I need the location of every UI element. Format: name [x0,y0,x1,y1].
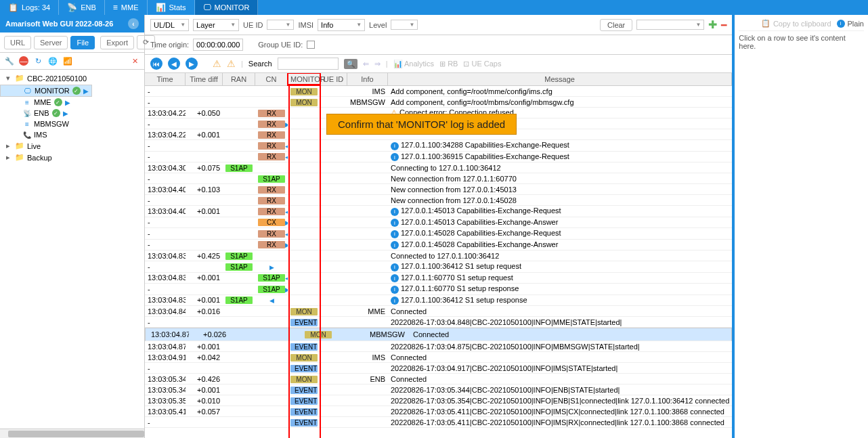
search-next-icon[interactable]: ⇒ [374,60,381,68]
warning-icon[interactable]: ⚠ [213,58,221,69]
table-header: Time Time diff RAN CN MONITOR UE ID Info… [145,73,732,86]
table-row[interactable]: 13:03:04.831+0.001S1AP◀i127.0.1.1:60770 … [145,273,732,284]
col-message[interactable]: Message [388,73,732,85]
table-row[interactable]: 13:03:05.354+0.010EVENT20220826-17:03:05… [145,395,732,406]
left-header: Amarisoft Web GUI 2022-08-26 ‹ [0,15,144,32]
right-panel: 📋 Copy to clipboard i Plain Click on a r… [735,15,868,438]
table-row[interactable]: 13:03:05.344+0.001EVENT20220826-17:03:05… [145,385,732,395]
nav-next-icon[interactable]: ▶ [186,58,198,70]
collapse-icon[interactable]: ‹ [128,18,139,29]
clear-button[interactable]: Clear [600,19,632,31]
level-select[interactable]: ▼ [391,20,418,30]
rb-link: ⊞ RB [439,60,458,68]
search-label: Search [248,60,272,68]
tree-cbc-2021050100[interactable]: ▾📁CBC-2021050100 [0,72,144,84]
table-row[interactable]: 13:03:04.405+0.001RX◀i127.0.0.1:45013 Ca… [145,206,732,217]
copy-button: 📋 Copy to clipboard [761,19,831,28]
table-row[interactable]: 13:03:04.301+0.075S1APConnecting to 127.… [145,162,732,173]
plain-button[interactable]: i Plain [837,20,864,28]
close-icon[interactable]: ✕ [129,56,140,66]
wrench-icon[interactable]: 🔧 [4,56,15,66]
app-title: Amarisoft Web GUI 2022-08-26 [5,20,113,28]
col-time[interactable]: Time [145,73,186,85]
col-monitor[interactable]: MONITOR [288,73,320,85]
nav-prev-icon[interactable]: ◀ [168,58,180,70]
layer-select[interactable]: Layer▼ [193,19,239,31]
level-label: Level [369,21,387,29]
table-row[interactable]: -MONMBMSGWAdd component, config=/root/mb… [145,97,732,108]
file-button[interactable]: File [70,36,95,49]
table-row[interactable]: -S1APNew connection from 127.0.1.1:60770 [145,173,732,184]
table-row[interactable]: 13:03:04.832+0.001S1AP◀i127.0.1.100:3641… [145,295,732,307]
table-row[interactable]: -S1AP▶i127.0.1.100:36412 S1 setup reques… [145,261,732,273]
warning2-icon[interactable]: ⚠ [227,58,236,69]
table-row[interactable]: -EVENT20220826-17:03:04.917|CBC-20210501… [145,363,732,374]
right-hint: Click on a row to see it's content here. [739,31,864,53]
table-row[interactable]: -EVENT20220826-17:03:04.848|CBC-20210501… [145,317,732,328]
table-row[interactable]: 13:03:04.874+0.026MONMBMSGWConnected [145,328,732,341]
center-panel: UL/DL▼ Layer▼ UE ID ▼ IMSI Info▼ Level ▼… [145,15,735,438]
signal-icon[interactable]: 📶 [62,56,73,66]
table-row[interactable]: 13:03:04.830+0.425S1APConnected to 127.0… [145,250,732,261]
top-tabs: 📋Logs: 34📡ENB≡MME📊Stats🖵MONITOR [0,0,868,15]
search-input[interactable] [278,58,339,70]
tree-ims[interactable]: 📞IMS [0,129,144,140]
table-row[interactable]: 13:03:05.411+0.057EVENT20220826-17:03:05… [145,406,732,417]
filter-row-1: UL/DL▼ Layer▼ UE ID ▼ IMSI Info▼ Level ▼… [145,15,732,35]
table-row[interactable]: -CX▶i127.0.0.1:45013 Capabilities-Exchan… [145,217,732,229]
table-row[interactable]: -RX▶i127.0.0.1:45028 Capabilities-Exchan… [145,240,732,251]
binoculars-icon[interactable]: 🔍 [344,59,357,69]
col-ueid[interactable]: UE ID [320,73,347,85]
tree-mme[interactable]: ≡MME ✓ ▶ [0,97,144,108]
table-row[interactable]: -RX◀i127.0.1.100:36915 Capabilities-Exch… [145,152,732,163]
col-ran[interactable]: RAN [223,73,255,85]
tree-monitor[interactable]: 🖵MONITOR ✓ ▶ [0,85,92,97]
info-select[interactable]: Info▼ [318,19,365,31]
remove-icon[interactable]: ━ [721,20,726,30]
analytics-link: 📊 Analytics [393,60,434,68]
tree-enb[interactable]: 📡ENB ✓ ▶ [0,108,144,118]
nav-first-icon[interactable]: ⏮ [150,58,162,70]
time-origin-field[interactable]: 00:00:00.000 [193,39,243,51]
url-button[interactable]: URL [4,36,31,49]
uldl-select[interactable]: UL/DL▼ [150,19,189,31]
tab-enb[interactable]: 📡ENB [59,0,105,15]
table-row[interactable]: 13:03:04.848+0.016MONMMEConnected [145,306,732,317]
table-row[interactable]: 13:03:05.343+0.426MONENBConnected [145,374,732,385]
left-icon-row: 🔧 ― ↻ 🌐 📶 ✕ [0,53,144,70]
export-button[interactable]: Export [100,36,134,49]
group-ue-label: Group UE ID: [258,41,303,49]
table-row[interactable]: -RX◀i127.0.1.100:34288 Capabilities-Exch… [145,140,732,152]
search-prev-icon[interactable]: ⇐ [363,60,369,68]
stop-icon[interactable]: ― [19,56,28,66]
table-row[interactable]: -RX◀i127.0.0.1:45028 Capabilities-Exchan… [145,228,732,240]
tab-logs-34[interactable]: 📋Logs: 34 [0,0,59,15]
col-info[interactable]: Info [347,73,388,85]
ueid-select[interactable]: ▼ [267,20,294,30]
table-row[interactable]: 13:03:04.917+0.042MONIMSConnected [145,352,732,363]
table-row[interactable]: 13:03:04.875+0.001EVENT20220826-17:03:04… [145,341,732,352]
globe-icon[interactable]: 🌐 [47,56,58,66]
time-origin-label: Time origin: [150,41,189,49]
group-ue-checkbox[interactable] [307,41,315,49]
add-icon[interactable]: ✚ [708,18,717,31]
tab-mme[interactable]: ≡MME [105,0,148,15]
table-row[interactable]: -EVENT20220826-17:03:05.411|CBC-20210501… [145,417,732,428]
search-row: ⏮ ◀ ▶ ⚠ ⚠ | Search 🔍 ⇐ ⇒ | 📊 Analytics ⊞… [145,55,732,73]
table-row[interactable]: -S1AP▶i127.0.1.1:60770 S1 setup response [145,284,732,295]
table-row[interactable]: 13:03:04.404+0.103RXNew connection from … [145,184,732,195]
tree-backup[interactable]: ▸📁Backup [0,152,144,163]
tab-stats[interactable]: 📊Stats [148,0,195,15]
h-scrollbar[interactable] [0,429,144,438]
clear-extra-select[interactable]: ▼ [636,20,704,30]
tree-live[interactable]: ▸📁Live [0,140,144,152]
table-row[interactable]: -RXNew connection from 127.0.0.1:45028 [145,195,732,206]
server-button[interactable]: Server [34,36,68,49]
col-cn[interactable]: CN [255,73,288,85]
col-tdiff[interactable]: Time diff [186,73,223,85]
table-row[interactable]: -MONIMSAdd component, config=/root/mme/c… [145,86,732,97]
tree-mbmsgw[interactable]: ≡MBMSGW [0,118,144,129]
tab-monitor[interactable]: 🖵MONITOR [195,0,259,15]
imsi-label: IMSI [298,21,313,29]
refresh2-icon[interactable]: ↻ [32,56,43,66]
